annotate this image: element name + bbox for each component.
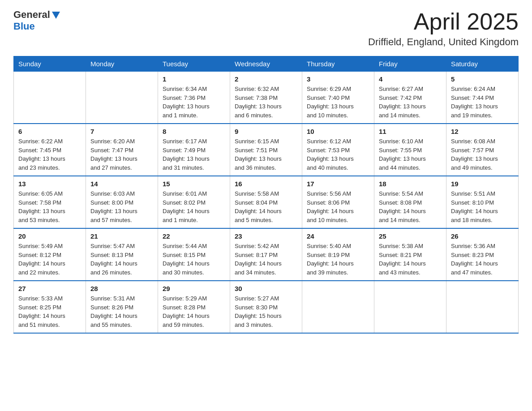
day-cell: 26Sunrise: 5:36 AM Sunset: 8:23 PM Dayli…	[446, 228, 519, 281]
logo-blue-text: Blue	[13, 21, 35, 32]
calendar-header-row: SundayMondayTuesdayWednesdayThursdayFrid…	[14, 56, 519, 72]
day-cell	[14, 72, 86, 124]
day-info: Sunrise: 6:17 AM Sunset: 7:49 PM Dayligh…	[163, 137, 225, 172]
day-cell: 23Sunrise: 5:42 AM Sunset: 8:17 PM Dayli…	[230, 228, 302, 281]
day-info: Sunrise: 5:31 AM Sunset: 8:26 PM Dayligh…	[90, 294, 153, 329]
week-row-4: 20Sunrise: 5:49 AM Sunset: 8:12 PM Dayli…	[14, 228, 519, 281]
day-info: Sunrise: 6:22 AM Sunset: 7:45 PM Dayligh…	[18, 137, 81, 172]
day-info: Sunrise: 6:12 AM Sunset: 7:53 PM Dayligh…	[307, 137, 369, 172]
day-info: Sunrise: 6:27 AM Sunset: 7:42 PM Dayligh…	[379, 85, 442, 120]
day-number: 28	[90, 285, 153, 292]
day-number: 16	[235, 180, 297, 188]
day-number: 2	[235, 75, 297, 83]
title-block: April 2025 Driffield, England, United Ki…	[368, 9, 519, 48]
day-cell	[86, 72, 158, 124]
header-day-saturday: Saturday	[446, 56, 519, 72]
day-cell: 28Sunrise: 5:31 AM Sunset: 8:26 PM Dayli…	[86, 281, 158, 333]
day-cell	[374, 281, 446, 333]
day-cell: 5Sunrise: 6:24 AM Sunset: 7:44 PM Daylig…	[446, 72, 519, 124]
page-subtitle: Driffield, England, United Kingdom	[368, 36, 519, 48]
header-day-thursday: Thursday	[302, 56, 374, 72]
header-day-wednesday: Wednesday	[230, 56, 302, 72]
day-info: Sunrise: 6:29 AM Sunset: 7:40 PM Dayligh…	[307, 85, 369, 120]
day-cell: 1Sunrise: 6:34 AM Sunset: 7:36 PM Daylig…	[158, 72, 230, 124]
day-cell: 6Sunrise: 6:22 AM Sunset: 7:45 PM Daylig…	[14, 124, 86, 176]
day-number: 3	[307, 75, 369, 83]
day-info: Sunrise: 5:47 AM Sunset: 8:13 PM Dayligh…	[90, 242, 153, 277]
day-number: 10	[307, 128, 369, 135]
day-info: Sunrise: 5:49 AM Sunset: 8:12 PM Dayligh…	[18, 242, 81, 277]
day-info: Sunrise: 6:03 AM Sunset: 8:00 PM Dayligh…	[90, 189, 153, 224]
day-number: 6	[18, 128, 81, 135]
svg-marker-0	[52, 12, 60, 19]
day-cell: 4Sunrise: 6:27 AM Sunset: 7:42 PM Daylig…	[374, 72, 446, 124]
day-cell: 13Sunrise: 6:05 AM Sunset: 7:58 PM Dayli…	[14, 176, 86, 228]
day-info: Sunrise: 5:29 AM Sunset: 8:28 PM Dayligh…	[163, 294, 225, 329]
day-number: 23	[235, 232, 297, 240]
day-cell: 22Sunrise: 5:44 AM Sunset: 8:15 PM Dayli…	[158, 228, 230, 281]
logo: General Blue	[13, 9, 61, 32]
week-row-1: 1Sunrise: 6:34 AM Sunset: 7:36 PM Daylig…	[14, 72, 519, 124]
day-number: 8	[163, 128, 225, 135]
day-info: Sunrise: 6:05 AM Sunset: 7:58 PM Dayligh…	[18, 189, 81, 224]
day-cell: 25Sunrise: 5:38 AM Sunset: 8:21 PM Dayli…	[374, 228, 446, 281]
day-info: Sunrise: 6:34 AM Sunset: 7:36 PM Dayligh…	[163, 85, 225, 120]
week-row-2: 6Sunrise: 6:22 AM Sunset: 7:45 PM Daylig…	[14, 124, 519, 176]
calendar-table: SundayMondayTuesdayWednesdayThursdayFrid…	[13, 56, 519, 334]
day-cell: 9Sunrise: 6:15 AM Sunset: 7:51 PM Daylig…	[230, 124, 302, 176]
day-info: Sunrise: 6:01 AM Sunset: 8:02 PM Dayligh…	[163, 189, 225, 224]
day-number: 12	[451, 128, 514, 135]
day-cell: 16Sunrise: 5:58 AM Sunset: 8:04 PM Dayli…	[230, 176, 302, 228]
day-cell: 19Sunrise: 5:51 AM Sunset: 8:10 PM Dayli…	[446, 176, 519, 228]
page-header: General Blue April 2025 Driffield, Engla…	[13, 9, 519, 48]
day-number: 9	[235, 128, 297, 135]
day-info: Sunrise: 6:15 AM Sunset: 7:51 PM Dayligh…	[235, 137, 297, 172]
day-info: Sunrise: 5:27 AM Sunset: 8:30 PM Dayligh…	[235, 294, 297, 329]
day-info: Sunrise: 5:36 AM Sunset: 8:23 PM Dayligh…	[451, 242, 514, 277]
day-cell: 21Sunrise: 5:47 AM Sunset: 8:13 PM Dayli…	[86, 228, 158, 281]
day-info: Sunrise: 6:20 AM Sunset: 7:47 PM Dayligh…	[90, 137, 153, 172]
day-cell: 29Sunrise: 5:29 AM Sunset: 8:28 PM Dayli…	[158, 281, 230, 333]
day-info: Sunrise: 5:40 AM Sunset: 8:19 PM Dayligh…	[307, 242, 369, 277]
day-cell: 15Sunrise: 6:01 AM Sunset: 8:02 PM Dayli…	[158, 176, 230, 228]
day-cell: 2Sunrise: 6:32 AM Sunset: 7:38 PM Daylig…	[230, 72, 302, 124]
day-number: 1	[163, 75, 225, 83]
day-cell: 24Sunrise: 5:40 AM Sunset: 8:19 PM Dayli…	[302, 228, 374, 281]
day-cell: 11Sunrise: 6:10 AM Sunset: 7:55 PM Dayli…	[374, 124, 446, 176]
day-number: 15	[163, 180, 225, 188]
day-number: 18	[379, 180, 442, 188]
day-number: 25	[379, 232, 442, 240]
day-info: Sunrise: 5:58 AM Sunset: 8:04 PM Dayligh…	[235, 189, 297, 224]
day-info: Sunrise: 5:38 AM Sunset: 8:21 PM Dayligh…	[379, 242, 442, 277]
day-cell	[446, 281, 519, 333]
logo-triangle-icon	[51, 11, 61, 20]
header-day-sunday: Sunday	[14, 56, 86, 72]
day-number: 21	[90, 232, 153, 240]
day-number: 17	[307, 180, 369, 188]
day-cell: 3Sunrise: 6:29 AM Sunset: 7:40 PM Daylig…	[302, 72, 374, 124]
day-cell: 20Sunrise: 5:49 AM Sunset: 8:12 PM Dayli…	[14, 228, 86, 281]
day-number: 30	[235, 285, 297, 292]
day-info: Sunrise: 6:08 AM Sunset: 7:57 PM Dayligh…	[451, 137, 514, 172]
header-day-tuesday: Tuesday	[158, 56, 230, 72]
day-info: Sunrise: 5:56 AM Sunset: 8:06 PM Dayligh…	[307, 189, 369, 224]
day-info: Sunrise: 5:51 AM Sunset: 8:10 PM Dayligh…	[451, 189, 514, 224]
day-number: 26	[451, 232, 514, 240]
week-row-3: 13Sunrise: 6:05 AM Sunset: 7:58 PM Dayli…	[14, 176, 519, 228]
day-info: Sunrise: 5:44 AM Sunset: 8:15 PM Dayligh…	[163, 242, 225, 277]
day-number: 19	[451, 180, 514, 188]
logo-general-text: General	[13, 9, 50, 21]
day-cell: 27Sunrise: 5:33 AM Sunset: 8:25 PM Dayli…	[14, 281, 86, 333]
week-row-5: 27Sunrise: 5:33 AM Sunset: 8:25 PM Dayli…	[14, 281, 519, 333]
day-number: 27	[18, 285, 81, 292]
day-number: 13	[18, 180, 81, 188]
day-number: 7	[90, 128, 153, 135]
day-cell: 12Sunrise: 6:08 AM Sunset: 7:57 PM Dayli…	[446, 124, 519, 176]
day-number: 20	[18, 232, 81, 240]
day-info: Sunrise: 6:10 AM Sunset: 7:55 PM Dayligh…	[379, 137, 442, 172]
day-cell: 14Sunrise: 6:03 AM Sunset: 8:00 PM Dayli…	[86, 176, 158, 228]
day-info: Sunrise: 5:33 AM Sunset: 8:25 PM Dayligh…	[18, 294, 81, 329]
day-number: 22	[163, 232, 225, 240]
day-number: 14	[90, 180, 153, 188]
day-number: 4	[379, 75, 442, 83]
